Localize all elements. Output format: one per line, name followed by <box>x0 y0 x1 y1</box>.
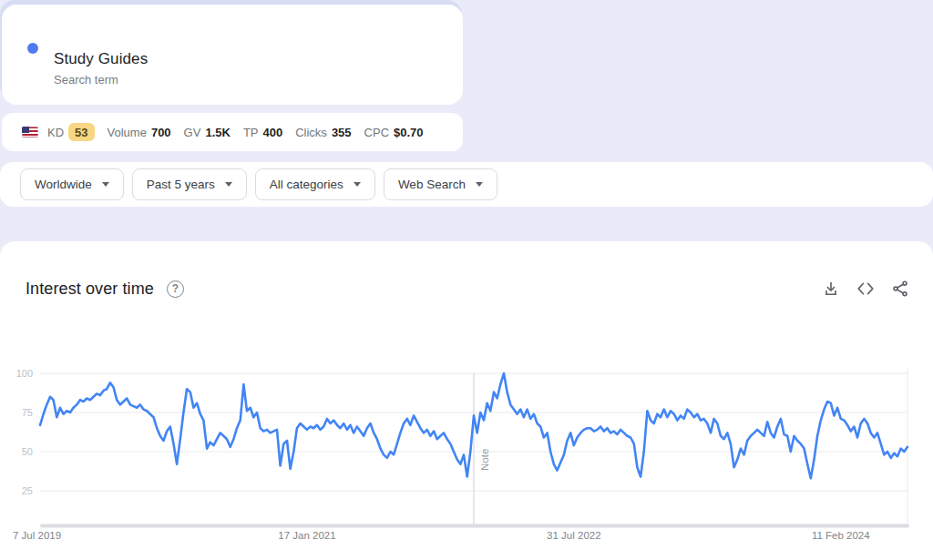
filter-label: All categories <box>270 178 343 191</box>
x-tick-7-jul-2019: 7 Jul 2019 <box>13 530 61 541</box>
search-term-text: Study Guides Search term <box>54 50 148 87</box>
interest-over-time-card: 100755025Note7 Jul 201917 Jan 202131 Jul… <box>0 241 933 560</box>
filter-past-5-years[interactable]: Past 5 years <box>132 168 247 200</box>
share-icon[interactable] <box>889 278 911 300</box>
chevron-down-icon <box>354 182 361 187</box>
search-term-subtitle: Search term <box>54 73 148 87</box>
note-label: Note <box>479 449 490 471</box>
filter-label: Worldwide <box>35 178 92 191</box>
x-axis-baseline[interactable] <box>40 524 909 528</box>
metric-label: Volume <box>108 126 147 139</box>
chevron-down-icon <box>225 182 232 187</box>
search-term-title: Study Guides <box>54 50 148 68</box>
metric-label: CPC <box>364 126 389 139</box>
filter-label: Past 5 years <box>147 178 215 191</box>
x-tick-11-feb-2024: 11 Feb 2024 <box>812 530 870 541</box>
y-tick-100: 100 <box>16 368 33 379</box>
metric-cpc: CPC$0.70 <box>364 126 424 139</box>
metric-label: TP <box>243 126 259 139</box>
google-trends-page: Study Guides Search term + Compare KD53V… <box>0 0 933 100</box>
y-tick-50: 50 <box>22 446 33 457</box>
metric-value: 400 <box>263 126 283 139</box>
flag-canton <box>22 127 29 133</box>
chevron-down-icon <box>476 182 483 187</box>
embed-code-icon[interactable] <box>855 278 877 300</box>
stats-metrics: KD53Volume700GV1.5KTP400Clicks355CPC$0.7… <box>47 123 436 141</box>
metric-value: $0.70 <box>394 126 424 139</box>
metric-gv: GV1.5K <box>184 126 231 139</box>
filter-web-search[interactable]: Web Search <box>384 168 497 200</box>
help-icon[interactable]: ? <box>167 280 184 298</box>
metric-value: 700 <box>151 126 171 139</box>
metric-clicks: Clicks355 <box>295 126 351 139</box>
metric-value: 1.5K <box>205 126 230 139</box>
metric-label: KD <box>47 126 64 139</box>
series-color-dot <box>27 43 38 54</box>
y-tick-25: 25 <box>22 485 33 496</box>
filter-worldwide[interactable]: Worldwide <box>20 168 124 200</box>
filter-all-categories[interactable]: All categories <box>255 168 375 200</box>
metric-tp: TP400 <box>243 126 282 139</box>
metric-label: Clicks <box>295 126 327 139</box>
kd-badge: 53 <box>68 123 94 141</box>
x-tick-17-jan-2021: 17 Jan 2021 <box>278 530 335 541</box>
y-tick-75: 75 <box>22 407 33 418</box>
search-term-card[interactable]: Study Guides Search term <box>2 5 463 105</box>
metric-value: 355 <box>332 126 352 139</box>
filter-label: Web Search <box>398 178 466 191</box>
metric-kd: KD53 <box>47 123 95 141</box>
chart-header: Interest over time ? <box>26 276 911 301</box>
metric-label: GV <box>184 126 201 139</box>
chart-actions <box>820 278 911 300</box>
download-icon[interactable] <box>820 278 842 300</box>
filter-bar: WorldwidePast 5 yearsAll categoriesWeb S… <box>0 162 933 207</box>
us-flag-icon <box>22 127 38 137</box>
chart-title: Interest over time <box>26 280 154 299</box>
metric-volume: Volume700 <box>108 126 171 139</box>
chevron-down-icon <box>102 182 109 187</box>
x-tick-31-jul-2022: 31 Jul 2022 <box>547 530 600 541</box>
keyword-stats-bar: KD53Volume700GV1.5KTP400Clicks355CPC$0.7… <box>2 113 463 151</box>
